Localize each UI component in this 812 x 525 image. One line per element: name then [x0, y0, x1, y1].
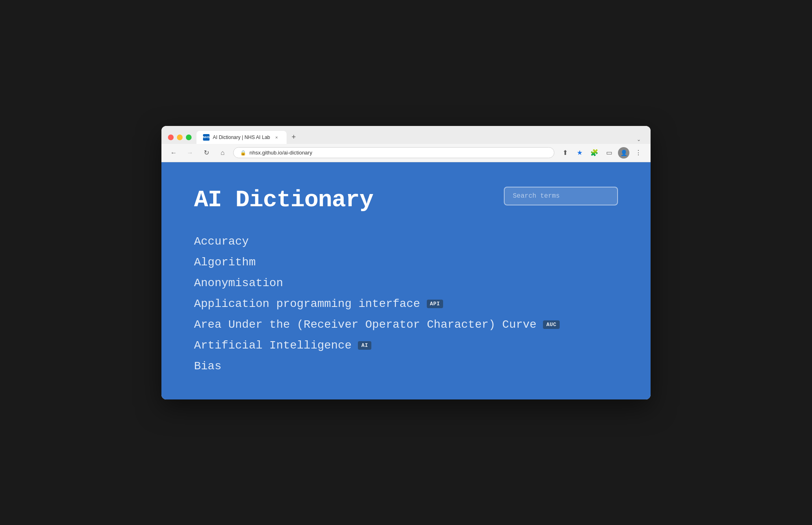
page-title: AI Dictionary: [194, 187, 373, 213]
tabs-dropdown-button[interactable]: ⌄: [633, 135, 644, 144]
term-badge: API: [427, 300, 444, 308]
list-item[interactable]: Bias: [194, 357, 618, 375]
close-window-button[interactable]: [168, 135, 174, 140]
list-item[interactable]: Application programming interfaceAPI: [194, 295, 618, 313]
term-label: Accuracy: [194, 235, 249, 248]
minimize-window-button[interactable]: [177, 135, 183, 140]
search-input[interactable]: [504, 187, 618, 205]
list-item[interactable]: Accuracy: [194, 233, 618, 250]
url-text: nhsx.github.io/ai-dictionary: [249, 150, 547, 156]
term-label: Application programming interface: [194, 298, 420, 310]
list-item[interactable]: Artificial IntelligenceAI: [194, 337, 618, 354]
active-tab[interactable]: NHS AI Dictionary | NHS AI Lab ×: [196, 131, 287, 144]
reload-button[interactable]: ↻: [201, 147, 212, 159]
term-label: Anonymisation: [194, 277, 283, 289]
tab-close-button[interactable]: ×: [274, 134, 280, 141]
avatar[interactable]: 👤: [618, 147, 629, 159]
extensions-button[interactable]: 🧩: [589, 147, 600, 159]
term-label: Artificial Intelligence: [194, 339, 351, 352]
bookmark-button[interactable]: ★: [574, 147, 585, 159]
share-button[interactable]: ⬆: [559, 147, 571, 159]
maximize-window-button[interactable]: [186, 135, 192, 140]
sidebar-button[interactable]: ▭: [603, 147, 615, 159]
address-bar[interactable]: 🔒 nhsx.github.io/ai-dictionary: [233, 147, 554, 158]
back-button[interactable]: ←: [168, 147, 179, 159]
new-tab-button[interactable]: +: [288, 132, 300, 143]
term-badge: AUC: [543, 320, 560, 329]
nav-bar: ← → ↻ ⌂ 🔒 nhsx.github.io/ai-dictionary ⬆…: [161, 144, 651, 162]
tab-title: AI Dictionary | NHS AI Lab: [213, 135, 270, 140]
page-content: AI Dictionary AccuracyAlgorithmAnonymisa…: [161, 162, 651, 399]
menu-button[interactable]: ⋮: [633, 147, 644, 159]
nav-actions: ⬆ ★ 🧩 ▭ 👤 ⋮: [559, 147, 644, 159]
tab-favicon: NHS: [203, 134, 210, 141]
list-item[interactable]: Area Under the (Receiver Operator Charac…: [194, 316, 618, 333]
home-button[interactable]: ⌂: [217, 147, 228, 159]
term-badge: AI: [358, 341, 371, 350]
title-bar: NHS AI Dictionary | NHS AI Lab × + ⌄: [161, 126, 651, 144]
list-item[interactable]: Anonymisation: [194, 274, 618, 292]
forward-button[interactable]: →: [184, 147, 196, 159]
term-label: Bias: [194, 360, 221, 373]
browser-window: NHS AI Dictionary | NHS AI Lab × + ⌄ ← →…: [161, 126, 651, 399]
list-item[interactable]: Algorithm: [194, 254, 618, 271]
terms-list: AccuracyAlgorithmAnonymisationApplicatio…: [194, 233, 618, 375]
page-header: AI Dictionary: [194, 187, 618, 213]
lock-icon: 🔒: [240, 150, 246, 156]
term-label: Area Under the (Receiver Operator Charac…: [194, 318, 536, 331]
term-label: Algorithm: [194, 256, 256, 269]
tabs-area: NHS AI Dictionary | NHS AI Lab × + ⌄: [196, 131, 644, 144]
traffic-lights: [168, 135, 192, 140]
